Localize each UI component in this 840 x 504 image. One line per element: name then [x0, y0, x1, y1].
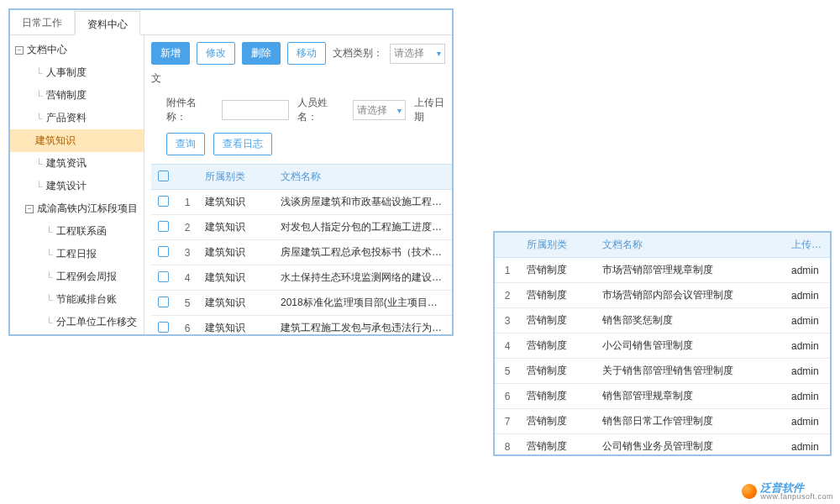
- row-uploader: admin: [785, 333, 830, 359]
- row-index: 2: [495, 283, 520, 308]
- col-doc-name[interactable]: 文档名称: [276, 165, 452, 190]
- row-doc-name: 房屋建筑工程总承包投标书（技术标）: [276, 240, 452, 265]
- logo-url: www.fanpusoft.com: [760, 493, 833, 501]
- table-row[interactable]: 3建筑知识房屋建筑工程总承包投标书（技术标）: [151, 240, 452, 265]
- col-uploader[interactable]: 上传…: [785, 233, 830, 258]
- top-tabs: 日常工作 资料中心: [10, 10, 452, 35]
- tree-item-building-news[interactable]: └建筑资讯: [10, 152, 144, 175]
- tree-project-item[interactable]: └分工单位工作移交: [10, 311, 144, 333]
- row-category: 建筑知识: [200, 240, 276, 265]
- delete-button[interactable]: 删除: [242, 42, 281, 65]
- col-doc-name[interactable]: 文档名称: [596, 233, 785, 258]
- row-doc-name: 浅谈房屋建筑和市政基础设施工程施工…: [276, 190, 452, 215]
- marketing-table: 所属别类 文档名称 上传… 1营销制度市场营销部管理规章制度admin2营销制度…: [495, 233, 830, 456]
- row-checkbox[interactable]: [158, 322, 169, 333]
- col-category[interactable]: 所属别类: [520, 233, 596, 258]
- person-select[interactable]: 请选择: [353, 100, 406, 120]
- row-checkbox[interactable]: [158, 196, 169, 207]
- tree-root-label: 文档中心: [27, 43, 67, 57]
- collapse-icon[interactable]: −: [15, 46, 24, 55]
- view-log-button[interactable]: 查看日志: [213, 133, 272, 155]
- tree-item-building-design[interactable]: └建筑设计: [10, 175, 144, 197]
- doc-type-label: 文档类别：: [333, 46, 383, 60]
- row-category: 建筑知识: [200, 316, 276, 335]
- upload-date-label: 上传日期: [414, 96, 452, 124]
- row-index: 8: [495, 434, 520, 457]
- tab-daily[interactable]: 日常工作: [10, 10, 75, 34]
- attach-name-input[interactable]: [222, 100, 289, 120]
- table-row[interactable]: 6建筑知识建筑工程施工发包与承包违法行为认定…: [151, 316, 452, 335]
- person-label: 人员姓名：: [297, 96, 344, 124]
- row-index: 6: [495, 384, 520, 409]
- table-row[interactable]: 7营销制度销售部日常工作管理制度admin: [495, 409, 830, 434]
- row-uploader: admin: [785, 308, 830, 333]
- col-category[interactable]: 所属别类: [200, 165, 276, 190]
- table-row[interactable]: 5营销制度关于销售部管理销售管理制度admin: [495, 359, 830, 384]
- row-category: 营销制度: [520, 359, 596, 384]
- table-row[interactable]: 6营销制度销售部管理规章制度admin: [495, 384, 830, 409]
- row-category: 建筑知识: [200, 265, 276, 291]
- edit-button[interactable]: 修改: [197, 42, 235, 65]
- table-row[interactable]: 3营销制度销售部奖惩制度admin: [495, 308, 830, 333]
- tree-item-hr[interactable]: └人事制度: [10, 61, 144, 84]
- doc-table: 所属别类 文档名称 1建筑知识浅谈房屋建筑和市政基础设施工程施工…2建筑知识对发…: [151, 164, 452, 334]
- tree-item-building-knowledge[interactable]: 建筑知识: [10, 129, 144, 152]
- tree-project-item[interactable]: └监理资料(B2资质): [10, 333, 144, 334]
- select-all-checkbox[interactable]: [158, 171, 169, 181]
- row-category: 营销制度: [520, 258, 596, 283]
- content-area: 新增 修改 删除 移动 文档类别： 请选择 文 附件名称： 人员姓名： 请选择 …: [144, 35, 452, 334]
- row-checkbox[interactable]: [158, 221, 169, 232]
- row-checkbox[interactable]: [158, 297, 169, 307]
- row-category: 建筑知识: [200, 215, 276, 240]
- secondary-panel: 所属别类 文档名称 上传… 1营销制度市场营销部管理规章制度admin2营销制度…: [493, 231, 832, 456]
- move-button[interactable]: 移动: [287, 42, 326, 65]
- row-category: 营销制度: [520, 283, 596, 308]
- tree-root-docs[interactable]: −文档中心: [10, 39, 144, 61]
- row-uploader: admin: [785, 359, 830, 384]
- table-row[interactable]: 5建筑知识2018标准化监理项目部(业主项目部)人员…: [151, 291, 452, 316]
- collapse-icon[interactable]: −: [25, 205, 34, 213]
- row-index: 3: [495, 308, 520, 333]
- row-category: 营销制度: [520, 308, 596, 333]
- table-row[interactable]: 2营销制度市场营销部内部会议管理制度admin: [495, 283, 830, 308]
- row-index: 6: [175, 316, 200, 335]
- table-row[interactable]: 1营销制度市场营销部管理规章制度admin: [495, 258, 830, 283]
- row-doc-name: 对发包人指定分包的工程施工进度安排…: [276, 215, 452, 240]
- add-button[interactable]: 新增: [151, 42, 190, 65]
- row-index: 5: [175, 291, 200, 316]
- sidebar-tree: −文档中心 └人事制度 └营销制度 └产品资料 建筑知识 └建筑资讯 └建筑设计…: [10, 35, 144, 334]
- tree-project-root[interactable]: −成渝高铁内江标段项目: [10, 197, 144, 220]
- doc-type-select[interactable]: 请选择: [390, 44, 445, 64]
- row-doc-name: 市场营销部管理规章制度: [596, 258, 785, 283]
- tree-project-item[interactable]: └工程日报: [10, 243, 144, 265]
- row-category: 建筑知识: [200, 291, 276, 316]
- tree-project-item[interactable]: └节能减排台账: [10, 288, 144, 311]
- tree-project-item[interactable]: └工程例会周报: [10, 265, 144, 288]
- table-row[interactable]: 2建筑知识对发包人指定分包的工程施工进度安排…: [151, 215, 452, 240]
- attach-label: 附件名称：: [166, 96, 213, 124]
- tree-project-item[interactable]: └工程联系函: [10, 220, 144, 243]
- row-doc-name: 公司销售业务员管理制度: [596, 434, 785, 457]
- row-category: 营销制度: [520, 434, 596, 457]
- table-row[interactable]: 8营销制度公司销售业务员管理制度admin: [495, 434, 830, 457]
- row-doc-name: 市场营销部内部会议管理制度: [596, 283, 785, 308]
- row-checkbox[interactable]: [158, 246, 169, 257]
- row-index: 7: [495, 409, 520, 434]
- row-doc-name: 建筑工程施工发包与承包违法行为认定…: [276, 316, 452, 335]
- row-uploader: admin: [785, 384, 830, 409]
- row-index: 4: [175, 265, 200, 291]
- tree-item-marketing[interactable]: └营销制度: [10, 84, 144, 107]
- main-panel: 日常工作 资料中心 −文档中心 └人事制度 └营销制度 └产品资料 建筑知识 └…: [8, 8, 454, 336]
- row-category: 建筑知识: [200, 190, 276, 215]
- table-row[interactable]: 4营销制度小公司销售管理制度admin: [495, 333, 830, 359]
- table-row[interactable]: 1建筑知识浅谈房屋建筑和市政基础设施工程施工…: [151, 190, 452, 215]
- query-button[interactable]: 查询: [166, 133, 205, 155]
- row-category: 营销制度: [520, 384, 596, 409]
- wen-label: 文: [151, 71, 161, 86]
- row-checkbox[interactable]: [158, 271, 169, 282]
- tab-data-center[interactable]: 资料中心: [75, 11, 140, 35]
- table-row[interactable]: 4建筑知识水土保持生态环境监测网络的建设与资…: [151, 265, 452, 291]
- row-doc-name: 关于销售部管理销售管理制度: [596, 359, 785, 384]
- logo-icon: [742, 484, 757, 499]
- tree-item-product[interactable]: └产品资料: [10, 107, 144, 129]
